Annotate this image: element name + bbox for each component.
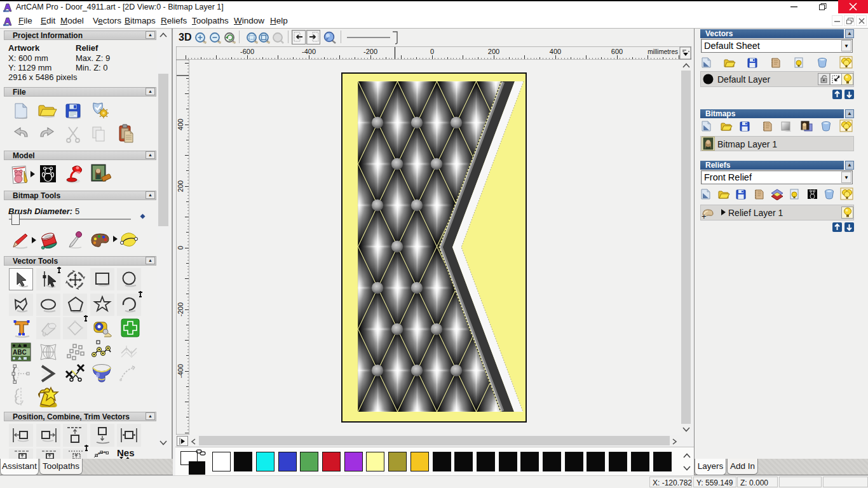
svg-text:millimetres: millimetres bbox=[648, 48, 678, 55]
svg-text:ABC: ABC bbox=[13, 349, 27, 356]
svg-text:-400: -400 bbox=[177, 364, 184, 378]
svg-text:600: 600 bbox=[611, 48, 623, 55]
svg-text:-600: -600 bbox=[240, 48, 254, 55]
svg-text:400: 400 bbox=[177, 119, 184, 130]
svg-text:-200: -200 bbox=[177, 302, 184, 316]
svg-text:400: 400 bbox=[550, 48, 561, 55]
svg-text:200: 200 bbox=[488, 48, 499, 55]
svg-text:-200: -200 bbox=[363, 48, 377, 55]
svg-text:0: 0 bbox=[177, 246, 184, 250]
svg-text:c: c bbox=[104, 450, 105, 454]
svg-text:+: + bbox=[702, 212, 707, 220]
svg-text:200: 200 bbox=[177, 180, 184, 192]
svg-text:0: 0 bbox=[430, 48, 434, 55]
svg-text:-400: -400 bbox=[302, 48, 316, 55]
